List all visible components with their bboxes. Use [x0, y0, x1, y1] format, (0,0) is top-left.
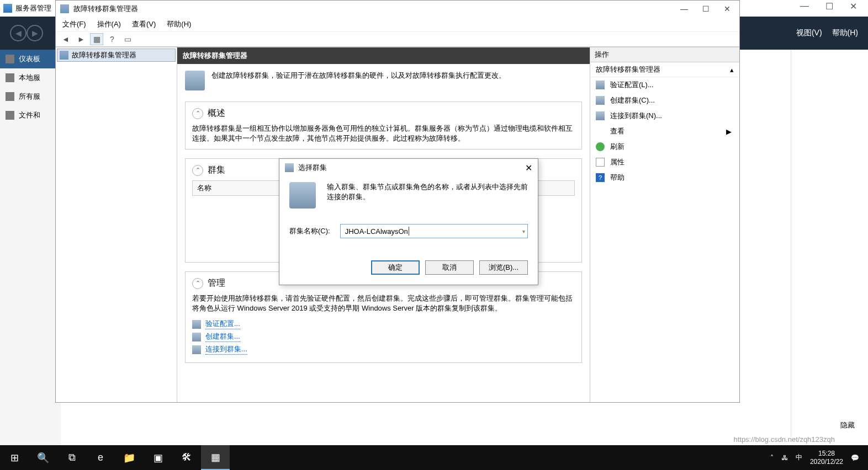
- link-connect-cluster[interactable]: 连接到群集...: [192, 344, 575, 355]
- search-button[interactable]: 🔍: [29, 445, 57, 470]
- menu-view[interactable]: 视图(V): [796, 28, 822, 38]
- dialog-large-icon: [289, 182, 316, 209]
- outer-close-button[interactable]: ✕: [850, 1, 857, 12]
- cluster-name-label: 群集名称(C):: [289, 226, 330, 236]
- mgmt-body: 若要开始使用故障转移群集，请首先验证硬件配置，然后创建群集。完成这些步骤后，即可…: [192, 293, 575, 313]
- outer-minimize-button[interactable]: —: [800, 1, 809, 12]
- cluster-title: 群集: [208, 164, 225, 176]
- tray-ime-icon[interactable]: 中: [796, 453, 802, 462]
- server-manager-title: 服务器管理: [15, 3, 51, 13]
- create-icon: [192, 333, 201, 341]
- overview-section: ⌃ 概述 故障转移群集是一组相互协作以增加服务器角色可用性的独立计算机。群集服务…: [185, 102, 582, 149]
- nav-forward-button[interactable]: ▶: [27, 25, 43, 41]
- outer-maximize-button[interactable]: ☐: [825, 1, 833, 12]
- sidebar-all-servers[interactable]: 所有服: [0, 87, 61, 106]
- menu-action[interactable]: 操作(A): [97, 19, 121, 29]
- ok-button[interactable]: 确定: [371, 260, 420, 275]
- taskbar-clock[interactable]: 15:28 2020/12/22: [810, 450, 843, 466]
- connect-icon: [596, 111, 605, 120]
- toolbar-pane-button[interactable]: ▭: [121, 33, 134, 45]
- window-titlebar[interactable]: 故障转移群集管理器 — ☐ ✕: [56, 1, 739, 17]
- refresh-icon: [596, 142, 605, 151]
- nav-back-button[interactable]: ◀: [10, 25, 27, 41]
- server-manager-sidebar: 仪表板 本地服 所有服 文件和: [0, 50, 61, 470]
- hide-link[interactable]: 隐藏: [840, 420, 855, 430]
- dashboard-icon: [6, 55, 14, 63]
- action-view[interactable]: 查看▶: [590, 124, 739, 139]
- sidebar-file-services[interactable]: 文件和: [0, 106, 61, 125]
- browse-button[interactable]: 浏览(B)...: [479, 260, 528, 275]
- content-intro: 创建故障转移群集，验证用于潜在故障转移群集的硬件，以及对故障转移群集执行配置更改…: [177, 64, 590, 97]
- menu-file[interactable]: 文件(F): [62, 19, 86, 29]
- actions-header: 操作: [590, 47, 739, 62]
- server-manager-icon: [3, 4, 12, 13]
- toolbar-show-hide-button[interactable]: ▦: [90, 33, 103, 45]
- tree-panel: 故障转移群集管理器: [56, 47, 177, 402]
- link-create-cluster[interactable]: 创建群集...: [192, 332, 575, 342]
- menu-help[interactable]: 帮助(H): [167, 19, 191, 29]
- tray-network-icon[interactable]: 🖧: [781, 454, 788, 462]
- window-controls: — ☐ ✕: [680, 4, 735, 13]
- validate-icon: [596, 81, 605, 89]
- cancel-button[interactable]: 取消: [425, 260, 474, 275]
- mgmt-title: 管理: [208, 277, 225, 289]
- window-minimize-button[interactable]: —: [680, 4, 688, 13]
- start-button[interactable]: ⊞: [0, 445, 29, 470]
- tool-button[interactable]: 🛠: [172, 445, 201, 470]
- dialog-title: 选择群集: [298, 163, 327, 173]
- action-create[interactable]: 创建群集(C)...: [590, 93, 739, 108]
- overview-title: 概述: [208, 108, 225, 119]
- nav-arrows: ◀ ▶: [10, 25, 43, 41]
- window-title: 故障转移群集管理器: [73, 4, 138, 14]
- dialog-close-button[interactable]: ✕: [525, 163, 532, 173]
- collapse-icon: ▴: [730, 66, 734, 74]
- dialog-icon: [285, 163, 294, 172]
- task-view-button[interactable]: ⧉: [57, 445, 86, 470]
- sidebar-local-server[interactable]: 本地服: [0, 68, 61, 87]
- mgmt-collapse-button[interactable]: ⌃: [192, 278, 203, 289]
- action-validate[interactable]: 验证配置(L)...: [590, 77, 739, 93]
- action-refresh[interactable]: 刷新: [590, 139, 739, 154]
- link-validate-config[interactable]: 验证配置...: [192, 319, 575, 329]
- toolbar-forward-button[interactable]: ►: [75, 33, 88, 45]
- server-manager-button[interactable]: ▣: [144, 445, 172, 470]
- tray-chevron-icon[interactable]: ˄: [770, 454, 774, 462]
- mgmt-links: 验证配置... 创建群集... 连接到群集...: [192, 319, 575, 355]
- server-manager-menu: 视图(V) 帮助(H): [796, 28, 858, 38]
- cluster-name-input[interactable]: JHOA-LCAlwaysOn ▾: [340, 224, 528, 238]
- notifications-button[interactable]: 💬: [851, 454, 859, 462]
- dropdown-icon[interactable]: ▾: [522, 228, 525, 234]
- menu-help[interactable]: 帮助(H): [832, 28, 858, 38]
- connect-icon: [192, 345, 201, 354]
- actions-subheader[interactable]: 故障转移群集管理器▴: [590, 62, 739, 77]
- sidebar-dashboard[interactable]: 仪表板: [0, 50, 61, 68]
- window-toolbar: ◄ ► ▦ ? ▭: [56, 31, 739, 47]
- action-properties[interactable]: 属性: [590, 154, 739, 170]
- explorer-button[interactable]: 📁: [115, 445, 144, 470]
- action-connect[interactable]: 连接到群集(N)...: [590, 108, 739, 124]
- validate-icon: [192, 320, 201, 329]
- dialog-titlebar[interactable]: 选择群集 ✕: [279, 159, 538, 177]
- cluster-collapse-button[interactable]: ⌃: [192, 165, 203, 176]
- tree-root-item[interactable]: 故障转移群集管理器: [57, 49, 176, 62]
- cluster-manager-taskbar-button[interactable]: ▦: [201, 445, 230, 470]
- select-cluster-dialog: 选择群集 ✕ 输入群集、群集节点或群集角色的名称，或者从列表中选择先前连接的群集…: [279, 158, 538, 285]
- overview-collapse-button[interactable]: ⌃: [192, 108, 203, 119]
- cluster-manager-icon: [60, 4, 69, 13]
- actions-panel: 操作 故障转移群集管理器▴ 验证配置(L)... 创建群集(C)... 连接到群…: [590, 47, 739, 402]
- menu-view[interactable]: 查看(V): [132, 19, 156, 29]
- window-maximize-button[interactable]: ☐: [702, 4, 710, 13]
- toolbar-help-button[interactable]: ?: [105, 33, 119, 45]
- create-icon: [596, 96, 605, 105]
- dialog-body: 输入群集、群集节点或群集角色的名称，或者从列表中选择先前连接的群集。 群集名称(…: [279, 177, 538, 285]
- properties-icon: [596, 158, 605, 167]
- arrow-right-icon: ▶: [726, 127, 732, 136]
- window-close-button[interactable]: ✕: [724, 4, 731, 13]
- watermark: https://blog.csdn.net/zqh123zqh: [733, 435, 835, 444]
- file-icon: [6, 111, 14, 120]
- action-help[interactable]: ?帮助: [590, 170, 739, 185]
- ie-button[interactable]: e: [86, 445, 115, 470]
- dialog-instruction: 输入群集、群集节点或群集角色的名称，或者从列表中选择先前连接的群集。: [327, 182, 528, 202]
- tree-root-label: 故障转移群集管理器: [72, 50, 136, 60]
- toolbar-back-button[interactable]: ◄: [59, 33, 72, 45]
